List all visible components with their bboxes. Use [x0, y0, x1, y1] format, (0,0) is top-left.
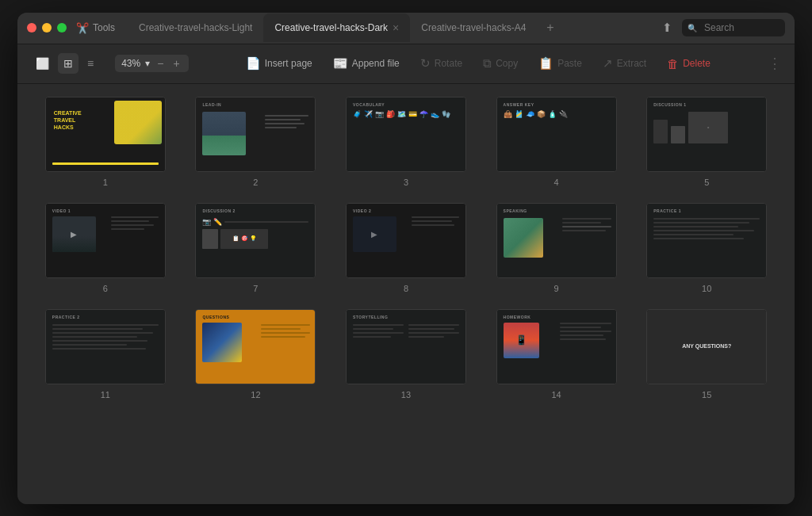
slide-thumb-6[interactable]: VIDEO 1 ▶	[45, 203, 166, 278]
slide-thumb-12[interactable]: QUESTIONS	[195, 309, 316, 384]
slide-thumb-3[interactable]: VOCABULARY 🧳✈️📷 🎒🗺️💳 ☂️👟🧤	[346, 97, 466, 172]
delete-button[interactable]: 🗑 Delete	[659, 52, 718, 75]
slide-item[interactable]: SPEAKING 9	[488, 203, 626, 293]
view-list-button[interactable]: ≡	[82, 53, 99, 74]
extract-button[interactable]: ↗ Extract	[595, 52, 654, 75]
slide-3-label: VOCABULARY	[353, 102, 385, 107]
slide-thumb-8[interactable]: VIDEO 2 ▶	[346, 203, 466, 278]
tab-light[interactable]: Creative-travel-hacks-Light	[128, 13, 263, 42]
slide-7-content: 📷✏️ 📋 🎯 💡	[202, 218, 308, 249]
slide-number-8: 8	[404, 284, 408, 293]
tab-label-light: Creative-travel-hacks-Light	[139, 22, 252, 33]
tools-icon: ✂️	[76, 22, 89, 34]
slide-item[interactable]: DISCUSSION 2 📷✏️ 📋 🎯	[187, 203, 325, 293]
tools-menu[interactable]: ✂️ Tools	[76, 22, 115, 34]
append-file-icon: 📰	[333, 56, 348, 71]
slide-thumb-7[interactable]: DISCUSSION 2 📷✏️ 📋 🎯	[195, 203, 316, 278]
insert-page-icon: 📄	[246, 56, 261, 71]
slide-item[interactable]: DISCUSSION 1 • 5	[638, 97, 776, 187]
zoom-out-button[interactable]: −	[155, 57, 166, 70]
slide-item[interactable]: LEAD-IN 2	[187, 97, 325, 187]
slide-item[interactable]: ANY QUESTIONS? 15	[638, 309, 776, 399]
slide-5-label: DISCUSSION 1	[653, 102, 686, 107]
slide-4-icons: 👜🎽🧢 📦🧴🔌	[504, 110, 610, 118]
view-single-button[interactable]: ⬜	[30, 53, 55, 74]
slide-item[interactable]: QUESTIONS 12	[187, 309, 325, 399]
rotate-button[interactable]: ↻ Rotate	[412, 52, 470, 75]
tab-dark[interactable]: Creative-travel-hacks-Dark ×	[263, 13, 410, 42]
slide-14-text	[560, 323, 611, 340]
slide-item[interactable]: VOCABULARY 🧳✈️📷 🎒🗺️💳 ☂️👟🧤 3	[337, 97, 475, 187]
slide-8-video: ▶	[353, 216, 396, 252]
slide-10-label: PRACTICE 1	[653, 208, 681, 213]
toolbar-right-handle: ⋮	[768, 55, 782, 72]
slide-2-line	[265, 115, 308, 117]
slide-12-image	[202, 323, 242, 362]
slide-thumb-15[interactable]: ANY QUESTIONS?	[646, 309, 767, 384]
maximize-button[interactable]	[57, 23, 67, 32]
slide-4-label: ANSWER KEY	[504, 102, 534, 107]
slide-number-2: 2	[253, 178, 258, 187]
zoom-in-button[interactable]: +	[170, 57, 182, 70]
zoom-dropdown-icon: ▾	[145, 58, 150, 69]
slide-number-1: 1	[103, 178, 108, 187]
slide-6-video: ▶	[52, 216, 96, 252]
extract-icon: ↗	[603, 56, 613, 71]
tab-a4[interactable]: Creative-travel-hacks-A4	[410, 13, 537, 42]
slide-12-label: QUESTIONS	[202, 315, 229, 319]
slide-item[interactable]: STORYTELLING	[337, 309, 475, 399]
extract-label: Extract	[617, 58, 646, 69]
copy-button[interactable]: ⧉ Copy	[475, 52, 526, 75]
slide-number-6: 6	[103, 284, 108, 293]
slide-2-line	[265, 127, 297, 128]
slide-item[interactable]: CREATIVETRAVELHACKS 1	[36, 97, 174, 187]
view-grid-button[interactable]: ⊞	[58, 53, 79, 74]
close-button[interactable]	[27, 23, 36, 32]
slide-item[interactable]: VIDEO 1 ▶ 6	[36, 203, 174, 293]
tab-close-icon[interactable]: ×	[393, 22, 399, 33]
slide-thumb-10[interactable]: PRACTICE 1	[646, 203, 767, 278]
add-tab-button[interactable]: +	[542, 17, 558, 38]
slide-15-content: ANY QUESTIONS?	[682, 342, 731, 350]
search-input[interactable]	[682, 19, 785, 36]
slide-thumb-13[interactable]: STORYTELLING	[346, 309, 466, 384]
slide-number-5: 5	[704, 178, 709, 187]
slide-item[interactable]: HOMEWORK 📱 14	[488, 309, 626, 399]
tab-label-dark: Creative-travel-hacks-Dark	[274, 22, 388, 33]
slide-1-image	[114, 101, 162, 144]
slide-thumb-1[interactable]: CREATIVETRAVELHACKS	[45, 97, 166, 172]
slide-12-text	[261, 324, 310, 338]
slide-1-bar	[52, 162, 159, 165]
slide-2-header: LEAD-IN	[202, 102, 221, 107]
zoom-control[interactable]: 43% ▾ − +	[115, 55, 188, 72]
slide-thumb-5[interactable]: DISCUSSION 1 •	[646, 97, 767, 172]
slide-6-label: VIDEO 1	[52, 208, 71, 213]
append-file-button[interactable]: 📰 Append file	[325, 52, 408, 75]
tools-label-text: Tools	[93, 22, 115, 33]
slide-item[interactable]: PRACTICE 1 10	[638, 203, 776, 293]
slide-item[interactable]: VIDEO 2 ▶ 8	[337, 203, 475, 293]
slide-thumb-2[interactable]: LEAD-IN	[195, 97, 316, 172]
slide-item[interactable]: PRACTICE 2 11	[36, 309, 174, 399]
slide-13-content	[353, 324, 459, 338]
paste-button[interactable]: 📋 Paste	[530, 52, 590, 75]
share-button[interactable]: ⬆	[659, 17, 676, 38]
slide-11-content	[52, 324, 159, 350]
slide-number-13: 13	[401, 390, 411, 399]
slide-8-text	[412, 216, 459, 228]
tab-label-a4: Creative-travel-hacks-A4	[421, 22, 526, 33]
zoom-value: 43%	[121, 58, 140, 69]
delete-icon: 🗑	[667, 57, 679, 71]
slide-thumb-14[interactable]: HOMEWORK 📱	[496, 309, 617, 384]
slide-number-9: 9	[554, 284, 559, 293]
copy-label: Copy	[496, 58, 518, 69]
minimize-button[interactable]	[42, 23, 52, 32]
slide-13-label: STORYTELLING	[353, 315, 388, 319]
insert-page-button[interactable]: 📄 Insert page	[238, 52, 320, 75]
slide-thumb-11[interactable]: PRACTICE 2	[45, 309, 166, 384]
rotate-icon: ↻	[420, 56, 431, 71]
slide-thumb-9[interactable]: SPEAKING	[496, 203, 617, 278]
slide-item[interactable]: ANSWER KEY 👜🎽🧢 📦🧴🔌 4	[488, 97, 626, 187]
slide-thumb-4[interactable]: ANSWER KEY 👜🎽🧢 📦🧴🔌	[496, 97, 617, 172]
slide-7-label: DISCUSSION 2	[202, 208, 235, 213]
